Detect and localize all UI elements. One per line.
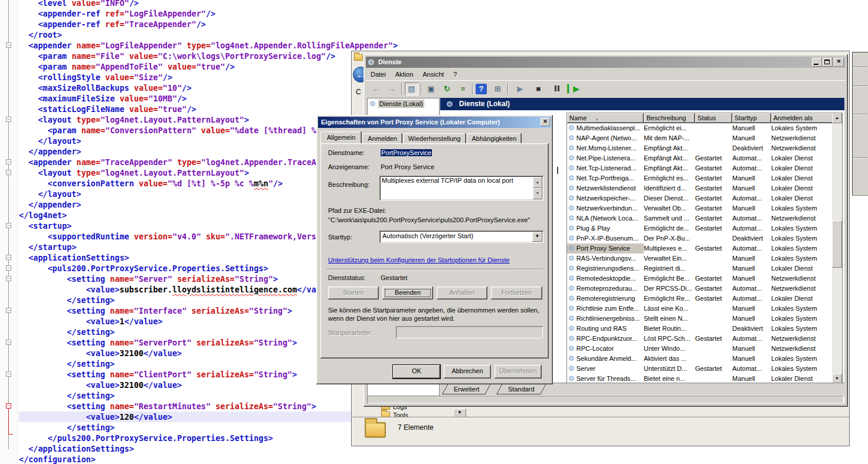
- code-line[interactable]: </applicationSettings>: [19, 443, 398, 454]
- table-row[interactable]: ⚙Net.Pipe-Listenera...Empfängt Akt...Ges…: [567, 153, 832, 163]
- code-line[interactable]: <maxSizeRollBackups value="10"/>: [19, 83, 398, 93]
- fold-marker[interactable]: −: [6, 223, 11, 228]
- fold-marker[interactable]: −: [6, 117, 11, 122]
- fold-marker[interactable]: −: [6, 42, 11, 48]
- table-row[interactable]: ⚙Richtlinienergebniss...Stellt einen N..…: [567, 314, 832, 324]
- table-row[interactable]: ⚙Registrierungsdiens...Registriert di...…: [567, 264, 832, 274]
- service-name-cell[interactable]: ⚙Port Proxy Service: [567, 243, 644, 254]
- fold-marker[interactable]: −: [6, 340, 11, 345]
- service-name-cell[interactable]: ⚙Net.Tcp-Listenerad...: [567, 163, 644, 173]
- fold-marker[interactable]: −: [6, 371, 11, 377]
- close-button[interactable]: ✕: [834, 58, 844, 67]
- beenden-button[interactable]: Beenden: [382, 287, 433, 300]
- pause-service-icon[interactable]: [550, 83, 564, 96]
- column-header-beschreibung[interactable]: Beschreibung: [644, 113, 695, 123]
- service-name-cell[interactable]: ⚙RAS-Verbindungsv...: [567, 254, 644, 264]
- menu-item-aktion[interactable]: Aktion: [391, 68, 418, 80]
- table-row[interactable]: ⚙Plug & PlayErmöglicht de...GestartetAut…: [567, 223, 832, 233]
- code-line[interactable]: <param name="File" value="C:\work\logs\P…: [19, 51, 398, 61]
- table-row[interactable]: ⚙RPC-LocatorUnter Windo...ManuellNetzwer…: [567, 344, 832, 354]
- service-name-cell[interactable]: ⚙Server: [567, 364, 644, 374]
- table-row[interactable]: ⚙Net.Tcp-Portfreiga...Ermöglicht es...Ge…: [567, 173, 832, 183]
- extended-view-icon[interactable]: ⊞: [491, 83, 505, 96]
- service-name-cell[interactable]: ⚙Multimediaklassenpl...: [567, 123, 644, 133]
- abbrechen-button[interactable]: Abbrechen: [444, 365, 491, 379]
- dienstname-value[interactable]: PortProxyService: [381, 149, 432, 156]
- table-row[interactable]: ⚙PnP-X-IP-Busenum...Der PnP-X-Bu...Deakt…: [567, 233, 832, 243]
- code-line[interactable]: </puls200.PortProxyService.Properties.Se…: [19, 433, 398, 443]
- code-line[interactable]: <staticLogFileName value="true"/>: [19, 104, 398, 114]
- fold-marker[interactable]: −: [6, 255, 11, 260]
- service-name-cell[interactable]: ⚙Netzwerklistendienst: [567, 183, 644, 193]
- startoptionen-link[interactable]: Unterstützung beim Konfigurieren der Sta…: [328, 256, 510, 264]
- fortsetzen-button[interactable]: Fortsetzen: [491, 287, 542, 300]
- table-row[interactable]: ⚙Net.Tcp-Listenerad...Empfängt Akt...Ges…: [567, 163, 832, 173]
- dialog-title-bar[interactable]: Eigenschaften von Port Proxy Service (Lo…: [318, 117, 551, 128]
- refresh-icon[interactable]: ↻: [440, 83, 454, 96]
- properties-icon[interactable]: ▣: [424, 83, 438, 96]
- table-row[interactable]: ⚙NetzwerklistendienstIdentifiziert d...G…: [567, 183, 832, 193]
- menu-item-datei[interactable]: Datei: [366, 68, 391, 80]
- vertical-scrollbar[interactable]: ▲ ▼: [832, 113, 842, 384]
- table-row[interactable]: ⚙Richtlinie zum Entfe...Lässt eine Ko...…: [567, 304, 832, 314]
- show-console-tree-icon[interactable]: ▤: [405, 83, 418, 96]
- service-name-cell[interactable]: ⚙Registrierungsdiens...: [567, 264, 644, 274]
- service-name-cell[interactable]: ⚙Netzwerkspeicher-...: [567, 193, 644, 203]
- fold-marker[interactable]: −: [6, 159, 11, 164]
- dropdown-button[interactable]: ▼: [453, 409, 466, 417]
- service-name-cell[interactable]: ⚙Net.Pipe-Listenera...: [567, 153, 644, 163]
- service-name-cell[interactable]: ⚙Richtlinie zum Entfe...: [567, 304, 644, 314]
- title-bar[interactable]: ⚙ Dienste ✕: [366, 57, 846, 68]
- table-row[interactable]: ⚙Multimediaklassenpl...Ermöglicht ei...M…: [567, 123, 832, 133]
- service-name-cell[interactable]: ⚙Net.Tcp-Portfreiga...: [567, 173, 644, 183]
- back-icon[interactable]: ←: [369, 83, 383, 96]
- scroll-up-button[interactable]: ▲: [832, 113, 842, 123]
- code-line[interactable]: <appender name="LogFileAppender" type="l…: [19, 40, 398, 51]
- code-line[interactable]: <maximumFileSize value="10MB"/>: [19, 93, 398, 104]
- startparameter-input[interactable]: [396, 326, 543, 338]
- code-line[interactable]: </root>: [19, 29, 398, 40]
- tab-wiederherstellung[interactable]: Wiederherstellung: [403, 133, 466, 143]
- code-line[interactable]: </configuration>: [19, 454, 398, 464]
- code-line[interactable]: </setting>: [19, 390, 398, 401]
- view-tab-erweitert[interactable]: Erweitert: [442, 384, 491, 394]
- service-name-cell[interactable]: ⚙Remotedesktopdie...: [567, 274, 644, 284]
- table-row[interactable]: ⚙ServerUnterstützt D...GestartetAutomat.…: [567, 364, 832, 374]
- starten-button[interactable]: Starten: [328, 287, 379, 300]
- table-row[interactable]: ⚙RAS-Verbindungsv...Verwaltet Ein...Manu…: [567, 254, 832, 264]
- table-row[interactable]: ⚙Port Proxy ServiceMultiplexes e...Gesta…: [567, 243, 832, 254]
- maximize-button[interactable]: [823, 58, 833, 67]
- service-name-cell[interactable]: ⚙RPC-Endpunktzuor...: [567, 334, 644, 344]
- tab-anmelden[interactable]: Anmelden: [362, 133, 402, 143]
- code-line[interactable]: <value>120</value>: [19, 412, 398, 422]
- table-row[interactable]: ⚙RPC-Endpunktzuor...Löst RPC-Sch...Gesta…: [567, 334, 832, 344]
- service-name-cell[interactable]: ⚙NLA (Network Loca...: [567, 213, 644, 223]
- table-row[interactable]: ⚙Sekundäre Anmeld...Aktiviert das ...Man…: [567, 354, 832, 364]
- table-row[interactable]: ⚙NLA (Network Loca...Sammelt und ...Gest…: [567, 213, 832, 223]
- beschreibung-textbox[interactable]: Multiplexes external TCP/IP data on loca…: [379, 176, 543, 200]
- forward-icon[interactable]: →: [385, 83, 398, 96]
- table-row[interactable]: ⚙Netzwerkverbindun...Verwaltet Ob...Gest…: [567, 203, 832, 213]
- menu-item-[interactable]: ?: [448, 68, 461, 80]
- table-row[interactable]: ⚙RemoteregistrierungErmöglicht Re...Gest…: [567, 294, 832, 304]
- export-list-icon[interactable]: ≡: [456, 83, 470, 96]
- anhalten-button[interactable]: Anhalten: [437, 287, 487, 300]
- fold-marker-active[interactable]: −: [6, 403, 11, 409]
- ok-button[interactable]: OK: [393, 365, 440, 379]
- stop-service-icon[interactable]: ■: [532, 83, 545, 96]
- service-name-cell[interactable]: ⚙Plug & Play: [567, 223, 644, 233]
- restart-service-icon[interactable]: ▎▶: [566, 83, 580, 96]
- table-row[interactable]: ⚙Net.Msmq-Listener...Empfängt Akt...Deak…: [567, 143, 832, 153]
- tab-abhängigkeiten[interactable]: Abhängigkeiten: [467, 133, 522, 143]
- starttyp-select[interactable]: Automatisch (Verzögerter Start) ▼: [379, 231, 543, 243]
- fold-marker[interactable]: −: [6, 170, 11, 175]
- service-name-cell[interactable]: ⚙NAP-Agent (Netwo...: [567, 133, 644, 143]
- column-header-status[interactable]: Status: [695, 113, 732, 123]
- column-header-starttyp[interactable]: Starttyp: [732, 113, 771, 123]
- service-name-cell[interactable]: ⚙RPC-Locator: [567, 344, 644, 354]
- uebernehmen-button[interactable]: Übernehmen: [494, 365, 542, 379]
- code-line[interactable]: <rollingStyle value="Size"/>: [19, 72, 398, 83]
- menu-item-ansicht[interactable]: Ansicht: [418, 68, 448, 80]
- fold-marker[interactable]: −: [6, 265, 11, 271]
- start-service-icon[interactable]: ▶: [513, 83, 527, 96]
